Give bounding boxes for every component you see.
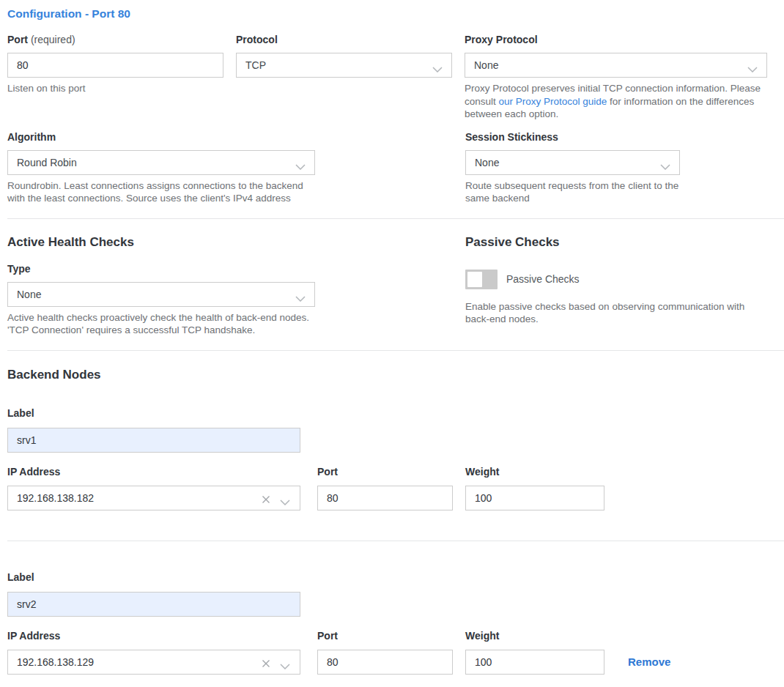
port-input[interactable] [7,53,223,78]
passive-checks-toggle-row: Passive Checks [465,270,768,289]
node-weight-caption: Weight [465,631,604,642]
algorithm-select[interactable]: Round Robin [7,150,315,175]
section-divider [7,350,784,351]
remove-node-button[interactable]: Remove [628,656,670,668]
port-field-group: Port (required) Listen on this port [7,34,223,121]
row-port-protocol-proxy: Port (required) Listen on this port Prot… [7,34,784,121]
node-ip-combobox[interactable]: 192.168.138.129 [7,650,300,675]
node-ip-group: IP Address 192.168.138.129 [7,631,300,675]
chevron-down-icon [747,63,758,75]
page-title: Configuration - Port 80 [7,7,784,21]
clear-x-icon[interactable] [262,658,270,670]
health-check-type-select[interactable]: None [7,282,315,307]
algorithm-label: Algorithm [7,132,315,143]
node-weight-input[interactable] [465,650,604,675]
backend-nodes-heading: Backend Nodes [7,368,784,382]
chevron-down-icon [432,63,443,75]
proxy-protocol-label: Proxy Protocol [465,34,767,45]
clear-x-icon[interactable] [262,494,270,506]
passive-checks-toggle[interactable] [465,270,498,289]
node-ip-value: 192.168.138.129 [17,656,94,668]
toggle-knob-icon [467,272,482,287]
node-port-group: Port [317,631,453,675]
node-ip-caption: IP Address [7,631,300,642]
node-weight-group: Weight [465,467,604,510]
node-label-input[interactable] [7,592,300,617]
session-stickiness-helper-text: Route subsequent requests from the clien… [465,179,687,205]
health-check-type-select-value: None [17,289,41,300]
section-divider [7,541,784,541]
required-note: (required) [31,34,75,45]
passive-checks-helper-text: Enable passive checks based on observing… [465,300,768,326]
node-port-input[interactable] [317,486,453,510]
row-algorithm-stickiness: Algorithm Round Robin Roundrobin. Least … [7,132,784,205]
node-label-caption: Label [7,408,784,419]
node-port-group: Port [317,467,453,510]
protocol-select[interactable]: TCP [236,53,452,78]
protocol-field-group: Protocol TCP [236,34,452,121]
row-health-checks: Active Health Checks Type None Active he… [7,235,784,337]
node-weight-group: Weight [465,631,604,675]
node-port-caption: Port [317,631,453,642]
algorithm-field-group: Algorithm Round Robin Roundrobin. Least … [7,132,315,205]
node-port-input[interactable] [317,650,453,675]
chevron-down-icon [295,292,306,304]
chevron-down-icon [660,160,670,172]
node-label-input[interactable] [7,428,300,453]
node-label-caption: Label [7,572,784,583]
node-ip-group: IP Address 192.168.138.182 [7,467,300,510]
session-stickiness-field-group: Session Stickiness None Route subsequent… [465,132,768,205]
active-health-checks-heading: Active Health Checks [7,235,315,249]
health-check-type-label: Type [7,264,315,275]
passive-checks-toggle-label: Passive Checks [506,273,580,285]
session-stickiness-select[interactable]: None [465,150,680,175]
port-helper-text: Listen on this port [7,82,223,95]
chevron-down-icon [280,496,290,508]
node-remove-wrap: Remove [628,650,670,675]
proxy-protocol-select[interactable]: None [465,53,767,78]
node-weight-caption: Weight [465,467,604,478]
node-weight-input[interactable] [465,486,604,510]
passive-checks-section: Passive Checks Passive Checks Enable pas… [465,235,768,337]
passive-checks-heading: Passive Checks [465,235,768,249]
protocol-label: Protocol [236,34,452,45]
node-ip-combobox[interactable]: 192.168.138.182 [7,486,300,510]
proxy-protocol-select-value: None [474,59,498,71]
session-stickiness-select-value: None [475,157,499,168]
node-fields-row: IP Address 192.168.138.182 Port Weight [7,467,784,510]
node-port-caption: Port [317,467,453,478]
node-ip-caption: IP Address [7,467,300,478]
chevron-down-icon [280,660,290,672]
algorithm-select-value: Round Robin [17,157,77,168]
nodebalancer-config-panel: Configuration - Port 80 Port (required) … [0,0,784,685]
health-check-type-helper-text: Active health checks proactively check t… [7,311,315,337]
proxy-protocol-field-group: Proxy Protocol None Proxy Protocol prese… [465,34,767,121]
proxy-protocol-guide-link[interactable]: our Proxy Protocol guide [499,96,607,107]
backend-node-row: Label IP Address 192.168.138.129 Port [7,572,784,675]
node-label-group: Label [7,408,784,453]
node-fields-row: IP Address 192.168.138.129 Port Weight [7,631,784,675]
node-label-group: Label [7,572,784,617]
chevron-down-icon [295,160,306,172]
port-label: Port (required) [7,34,223,45]
backend-node-row: Label IP Address 192.168.138.182 Port [7,408,784,510]
proxy-protocol-helper-text: Proxy Protocol preserves initial TCP con… [465,82,767,121]
session-stickiness-label: Session Stickiness [465,132,768,143]
node-ip-value: 192.168.138.182 [17,492,94,504]
active-health-checks-section: Active Health Checks Type None Active he… [7,235,315,337]
section-divider [7,218,784,219]
algorithm-helper-text: Roundrobin. Least connections assigns co… [7,179,315,205]
protocol-select-value: TCP [245,59,266,71]
